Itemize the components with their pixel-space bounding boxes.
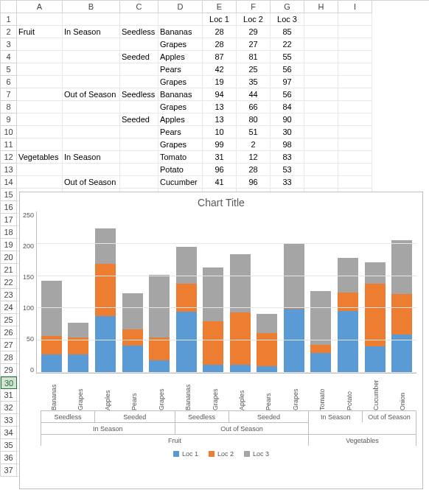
cell-H14[interactable] [304,176,338,189]
cell-B9[interactable] [63,113,120,126]
cell-A8[interactable] [17,101,63,113]
cell-H13[interactable] [304,164,338,176]
cell-D4[interactable]: Apples [158,51,203,63]
col-header-I[interactable]: I [338,1,372,13]
col-header-C[interactable]: C [120,1,158,13]
cell-F5[interactable]: 25 [237,63,271,76]
cell-A1[interactable] [17,13,63,26]
row-header-35[interactable]: 35 [1,439,17,452]
cell-F11[interactable]: 2 [237,139,271,151]
corner-cell[interactable] [1,1,17,13]
cell-E7[interactable]: 94 [203,88,237,101]
cell-I11[interactable] [338,139,372,151]
bar-9[interactable] [282,244,307,373]
cell-E2[interactable]: 28 [203,26,237,38]
cell-A13[interactable] [17,164,63,176]
row-header-28[interactable]: 28 [1,351,17,364]
cell-A7[interactable] [17,88,63,101]
row-header-22[interactable]: 22 [1,276,17,289]
row-header-15[interactable]: 15 [1,189,17,201]
cell-D12[interactable]: Tomato [158,151,203,164]
cell-I6[interactable] [338,76,372,88]
cell-H7[interactable] [304,88,338,101]
cell-F3[interactable]: 27 [237,38,271,51]
row-header-20[interactable]: 20 [1,251,17,264]
cell-C1[interactable] [120,13,158,26]
cell-D1[interactable] [158,13,203,26]
cell-B12[interactable]: In Season [63,151,120,164]
row-header-37[interactable]: 37 [1,464,17,477]
row-header-8[interactable]: 8 [1,101,17,113]
cell-A3[interactable] [17,38,63,51]
cell-D2[interactable]: Bananas [158,26,203,38]
cell-D3[interactable]: Grapes [158,38,203,51]
row-header-32[interactable]: 32 [1,402,17,414]
cell-B10[interactable] [63,126,120,139]
row-header-23[interactable]: 23 [1,289,17,301]
cell-A12[interactable]: Vegetables [17,151,63,164]
cell-I4[interactable] [338,51,372,63]
cell-H5[interactable] [304,63,338,76]
row-header-3[interactable]: 3 [1,38,17,51]
cell-I8[interactable] [338,101,372,113]
cell-A6[interactable] [17,76,63,88]
cell-E4[interactable]: 87 [203,51,237,63]
cell-E6[interactable]: 19 [203,76,237,88]
cell-I14[interactable] [338,176,372,189]
cell-G13[interactable]: 53 [271,164,304,176]
cell-H9[interactable] [304,113,338,126]
bar-8[interactable] [255,314,280,373]
cell-I1[interactable] [338,13,372,26]
row-header-14[interactable]: 14 [1,176,17,189]
cell-G5[interactable]: 56 [271,63,304,76]
cell-G11[interactable]: 98 [271,139,304,151]
cell-D9[interactable]: Apples [158,113,203,126]
row-header-19[interactable]: 19 [1,239,17,251]
cell-G10[interactable]: 30 [271,126,304,139]
bar-12[interactable] [363,262,388,373]
cell-A9[interactable] [17,113,63,126]
bar-3[interactable] [120,293,145,373]
cell-F9[interactable]: 80 [237,113,271,126]
cell-D11[interactable]: Grapes [158,139,203,151]
col-header-H[interactable]: H [304,1,338,13]
cell-D7[interactable]: Bananas [158,88,203,101]
cell-B2[interactable]: In Season [63,26,120,38]
col-header-G[interactable]: G [271,1,304,13]
col-header-E[interactable]: E [203,1,237,13]
cell-I12[interactable] [338,151,372,164]
cell-F6[interactable]: 35 [237,76,271,88]
row-header-36[interactable]: 36 [1,452,17,464]
row-header-12[interactable]: 12 [1,151,17,164]
cell-B8[interactable] [63,101,120,113]
cell-H2[interactable] [304,26,338,38]
cell-F13[interactable]: 28 [237,164,271,176]
cell-A10[interactable] [17,126,63,139]
cell-I5[interactable] [338,63,372,76]
col-header-A[interactable]: A [17,1,63,13]
cell-C12[interactable] [120,151,158,164]
cell-E8[interactable]: 13 [203,101,237,113]
cell-C6[interactable] [120,76,158,88]
cell-E11[interactable]: 99 [203,139,237,151]
cell-I7[interactable] [338,88,372,101]
cell-E12[interactable]: 31 [203,151,237,164]
cell-D5[interactable]: Pears [158,63,203,76]
cell-E14[interactable]: 41 [203,176,237,189]
row-header-33[interactable]: 33 [1,414,17,427]
cell-H6[interactable] [304,76,338,88]
cell-G12[interactable]: 83 [271,151,304,164]
row-header-9[interactable]: 9 [1,113,17,126]
cell-G6[interactable]: 97 [271,76,304,88]
cell-F2[interactable]: 29 [237,26,271,38]
bar-0[interactable] [39,281,64,373]
row-header-30[interactable]: 30 [1,377,17,389]
bar-5[interactable] [174,247,199,373]
row-header-6[interactable]: 6 [1,76,17,88]
cell-H4[interactable] [304,51,338,63]
row-header-27[interactable]: 27 [1,339,17,351]
row-header-34[interactable]: 34 [1,427,17,439]
cell-B3[interactable] [63,38,120,51]
cell-G4[interactable]: 55 [271,51,304,63]
row-header-1[interactable]: 1 [1,13,17,26]
